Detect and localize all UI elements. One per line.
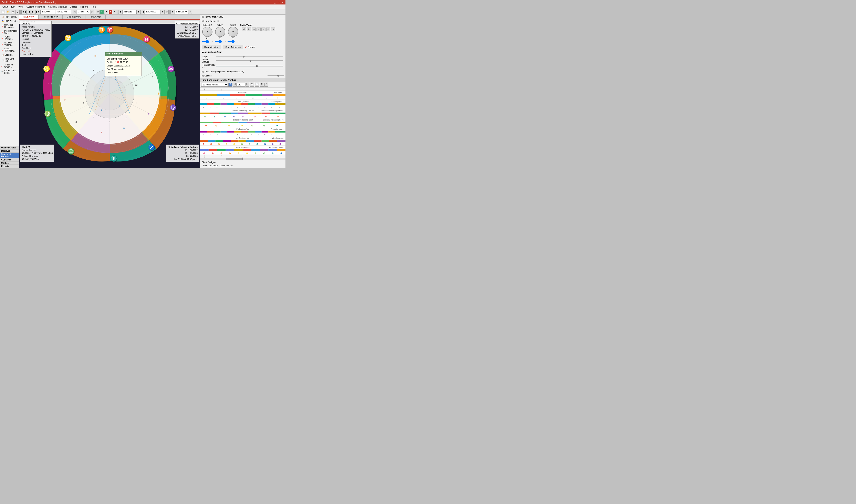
back3-btn[interactable]: ◀ (141, 10, 145, 14)
count-btn[interactable]: 5 (100, 10, 104, 14)
fwd-btn[interactable]: ▶ (31, 10, 35, 14)
stop-btn[interactable]: ■ (109, 10, 112, 14)
tlg-export-btn[interactable]: 📄 (255, 83, 260, 87)
step-back-btn[interactable]: ◀ (73, 10, 76, 14)
menu-classical-medieval[interactable]: Classical Medieval (47, 5, 68, 8)
tilt-y-control[interactable] (215, 27, 225, 37)
save-btn[interactable]: 💾 (11, 10, 15, 14)
start-animation-btn[interactable]: Start Animation (223, 45, 244, 49)
tilt-y-slider[interactable] (215, 40, 226, 43)
time-input[interactable] (56, 10, 71, 14)
sidebar-section-opened-charts[interactable]: Opened Charts (0, 146, 19, 149)
sidebar-item-predomination[interactable]: 📊 Predomination Wiz... (0, 29, 19, 35)
menu-chart[interactable]: Chart (1, 5, 10, 8)
menu-utilities[interactable]: Utilities (68, 5, 79, 8)
tlg-back-btn[interactable]: ◀ (233, 83, 236, 87)
tab-hellenistic[interactable]: Hellenistic View (38, 15, 63, 19)
svg-rect-195 (268, 149, 277, 151)
depth-thumb[interactable] (243, 56, 245, 57)
sidebar-item-current-time-lords[interactable]: 🕐 Current Time Lords... (0, 69, 19, 75)
step2-btn[interactable]: ⊕ (165, 10, 168, 14)
sv-btn-5[interactable]: ↪ (262, 28, 266, 31)
sidebar-section-gui-styles[interactable]: GUI Styles (0, 158, 19, 161)
svg-rect-191 (234, 149, 243, 151)
sv-btn-4[interactable]: ↩ (256, 28, 261, 31)
sidebar-section-system-of-hermes[interactable]: System of Hermes (0, 153, 19, 158)
sidebar-item-aspects[interactable]: 📊 Aspects, Testimony... (0, 47, 19, 53)
step-unit-select[interactable]: 1 hour 1 minute 1 day (77, 10, 90, 14)
sidebar-item-time-lord-list[interactable]: 📋 Time Lord List... (0, 57, 19, 63)
back-btn[interactable]: ◀ (27, 10, 31, 14)
timeline-scrollbar-thumb[interactable] (226, 158, 243, 160)
fwd3-btn[interactable]: ▶ (161, 10, 164, 14)
sidebar-item-lot-list[interactable]: 📋 Lot List... (0, 53, 19, 57)
sidebar-section-medieval[interactable]: Medieval (0, 149, 19, 153)
options-collapse[interactable]: ◇ (202, 75, 204, 77)
sv-btn-2[interactable]: ↻ (247, 28, 251, 31)
options-slider-thumb[interactable] (277, 75, 279, 77)
down-btn[interactable]: ▼ (104, 10, 108, 14)
tilt-z-control[interactable] (228, 27, 238, 37)
chart-designer-item-2[interactable]: Time Lords - Jesse Ventura (202, 167, 284, 168)
menu-help[interactable]: Help (90, 5, 98, 8)
plane-alt-thumb[interactable] (250, 60, 251, 61)
orientation-collapse[interactable]: ◇ (202, 20, 204, 22)
fwd2-btn[interactable]: ▶ (137, 10, 141, 14)
rotate-x-control[interactable] (202, 27, 212, 37)
terrachron-collapse[interactable]: ◇ (202, 16, 204, 18)
menu-system-of-hermes[interactable]: System of Hermes (25, 5, 47, 8)
minimize-btn[interactable]: _ (273, 1, 276, 3)
timeline-scrollbar[interactable] (200, 158, 285, 160)
time-lords-collapse[interactable]: ◇ (202, 71, 204, 73)
step-fwd-btn[interactable]: ▶ (91, 10, 94, 14)
dynamic-view-btn[interactable]: Dynamic View (202, 45, 221, 49)
sidebar-section-reports[interactable]: Reports (0, 165, 19, 168)
chart-designer-item-1[interactable]: Time Lord Graph - Jesse Ventura (202, 164, 284, 167)
close-btn[interactable]: × (281, 1, 284, 3)
sidebar-item-time-lord-graph[interactable]: 📈 Time Lord Graph... (0, 63, 19, 69)
window-controls[interactable]: _ □ × (273, 1, 284, 3)
sidebar-item-kurios[interactable]: 📊 Kurios Wizard... (0, 35, 19, 41)
tlg-fwd-btn[interactable]: ▶ (246, 83, 249, 87)
fwd-fast-btn[interactable]: ▶▶ (35, 10, 40, 14)
planets-btn[interactable]: ⊕ (96, 10, 100, 14)
sv-btn-3[interactable]: ⟲ (252, 28, 256, 31)
open-btn[interactable]: 📂 (6, 10, 10, 14)
menu-reports[interactable]: Reports (79, 5, 90, 8)
sidebar-item-nautical[interactable]: 📊 Nautical Wizard... (0, 41, 19, 47)
tab-terra[interactable]: Terra Chron (86, 15, 106, 19)
tlg-person-select[interactable]: 10 Jesse Ventura (201, 83, 228, 87)
back4-btn[interactable]: ◀ (171, 10, 174, 14)
sv-btn-1[interactable]: ↺ (242, 28, 246, 31)
date2-input[interactable] (122, 10, 137, 14)
new-chart-btn[interactable]: 📄 (1, 10, 5, 14)
date-input[interactable] (41, 10, 55, 14)
tlg-collapse-btn[interactable]: ▼ (228, 83, 232, 87)
tab-medieval[interactable]: Medieval View (63, 15, 86, 19)
sv-btn-6[interactable]: ⟳ (266, 28, 270, 31)
tlg-settings-btn[interactable]: ⚙ (260, 83, 264, 87)
menu-edit[interactable]: Edit (10, 5, 17, 8)
back2-btn[interactable]: ◀ (118, 10, 122, 14)
menu-view[interactable]: View (17, 5, 25, 8)
sidebar-item-pna-report[interactable]: 📋 PNA Report... (0, 15, 19, 19)
rotate-x-slider[interactable] (202, 40, 213, 43)
prev-btn[interactable]: ◀◀ (21, 10, 27, 14)
time2-input[interactable] (145, 10, 160, 14)
transparency-thumb[interactable] (256, 65, 258, 67)
step-unit2-select[interactable]: 1 minute 1 hour (175, 10, 188, 14)
sidebar-item-pna-wizard[interactable]: 🧙 PNA Wizard... (0, 19, 19, 23)
tab-main[interactable]: Main View (19, 15, 38, 19)
sidebar-section-utilities[interactable]: Utilities (0, 161, 19, 165)
orientation-close[interactable]: ✕ (217, 20, 219, 22)
stop2-btn[interactable]: ✕ (188, 10, 192, 14)
maximize-btn[interactable]: □ (277, 1, 280, 3)
tlg-zoom-input[interactable] (237, 83, 245, 87)
tlg-save-btn[interactable]: 💾 (250, 83, 254, 87)
print-btn[interactable]: 🖨 (16, 10, 20, 14)
close-x-btn[interactable]: ✕ (113, 10, 117, 14)
sv-btn-7[interactable]: ↯ (271, 28, 275, 31)
tilt-z-slider[interactable] (227, 40, 238, 43)
sidebar-item-universal[interactable]: 📊 Universal Hermetics... (0, 23, 19, 29)
tlg-close-btn[interactable]: ✕ (265, 83, 268, 87)
